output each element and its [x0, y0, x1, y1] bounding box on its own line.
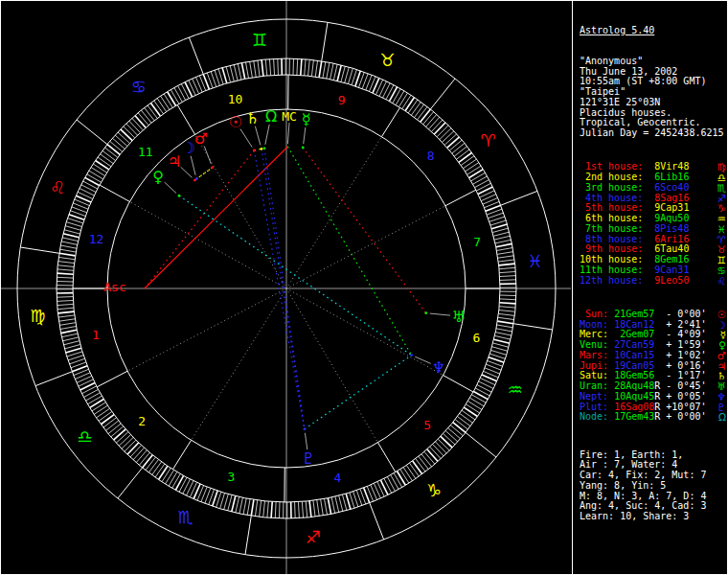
degree-tick	[455, 420, 467, 429]
house-cusp	[172, 440, 191, 469]
degree-tick	[467, 166, 481, 174]
degree-tick	[495, 333, 512, 335]
degree-tick	[220, 493, 225, 508]
aspect-line	[262, 149, 305, 428]
degree-tick	[391, 475, 398, 490]
degree-tick	[58, 315, 75, 317]
degree-tick	[309, 501, 311, 518]
degree-tick	[236, 496, 239, 513]
planet-velocity: +10°07'	[660, 402, 706, 412]
degree-tick	[413, 461, 422, 474]
degree-tick	[274, 58, 275, 75]
degree-tick	[164, 94, 172, 107]
planet-pointer-line	[430, 313, 450, 315]
degree-tick	[265, 59, 267, 76]
degree-tick	[426, 114, 437, 126]
degree-tick	[80, 382, 95, 390]
degree-tick	[342, 494, 346, 510]
degree-tick	[57, 311, 74, 313]
degree-tick	[295, 502, 296, 518]
degree-tick	[406, 465, 416, 478]
planet-position: 19Can05	[608, 360, 654, 371]
degree-tick	[126, 124, 138, 135]
degree-tick	[473, 391, 488, 399]
degree-tick	[445, 431, 458, 442]
house-cusp	[378, 443, 396, 472]
degree-tick	[66, 222, 81, 227]
degree-tick	[499, 264, 515, 265]
degree-tick	[393, 89, 400, 104]
element-stats: Fire: 1, Earth: 1,Air : 7, Water: 4Car: …	[580, 450, 728, 522]
degree-tick	[260, 500, 262, 517]
degree-tick	[499, 307, 515, 308]
house-number: 7	[473, 235, 481, 249]
degree-tick	[448, 428, 461, 439]
degree-tick	[65, 226, 80, 231]
house-label: 8th house:	[580, 234, 643, 244]
planet-velocity: - 1°17'	[660, 370, 706, 380]
house-number: 11	[138, 145, 153, 159]
degree-tick	[59, 323, 76, 326]
degree-tick	[222, 68, 227, 83]
degree-tick	[178, 85, 186, 100]
sign-boundary	[189, 37, 203, 74]
degree-tick	[122, 437, 133, 448]
planet-saturn-icon: ♄	[246, 109, 260, 127]
planet-position: 18Gem56	[608, 370, 654, 380]
degree-tick	[313, 500, 315, 517]
house-number: 2	[138, 414, 146, 428]
degree-tick	[497, 325, 513, 328]
planet-pluto-icon: ♇	[302, 449, 315, 468]
planet-row: Node: 17Gem43R + 0°00'Ω	[580, 412, 728, 423]
zodiac-capricorn-icon: ♑	[426, 480, 442, 500]
degree-tick	[57, 273, 74, 274]
degree-tick	[228, 495, 232, 511]
degree-tick	[494, 335, 511, 339]
degree-tick	[444, 134, 457, 145]
degree-tick	[247, 499, 250, 516]
planet-pointer-line	[255, 126, 260, 146]
degree-tick	[116, 432, 128, 443]
degree-tick	[500, 295, 516, 296]
degree-tick	[427, 449, 438, 462]
degree-tick	[58, 319, 75, 321]
degree-tick	[63, 234, 80, 238]
degree-tick	[127, 443, 139, 454]
planet-label: Node:	[580, 411, 608, 422]
degree-tick	[398, 472, 406, 486]
degree-tick	[158, 466, 167, 479]
house-cusp	[100, 185, 129, 201]
planet-position-dot	[424, 311, 427, 314]
degree-tick	[458, 417, 471, 426]
zodiac-sign-icon: ♋	[717, 265, 726, 276]
degree-tick	[411, 102, 421, 115]
degree-tick	[148, 105, 157, 119]
planet-label: Uran:	[580, 380, 608, 391]
degree-tick	[402, 95, 411, 108]
degree-tick	[437, 126, 448, 137]
planet-pointer-line	[240, 129, 252, 148]
degree-tick	[306, 501, 307, 518]
aspect-line	[196, 168, 213, 179]
degree-tick	[308, 59, 310, 76]
degree-tick	[101, 415, 114, 425]
stats-line: Learn: 10, Share: 3	[580, 512, 728, 522]
degree-tick	[496, 329, 512, 332]
degree-tick	[115, 135, 127, 146]
degree-tick	[92, 402, 105, 411]
degree-tick	[311, 60, 313, 77]
degree-tick	[130, 446, 142, 457]
degree-tick	[157, 99, 167, 112]
degree-tick	[226, 66, 230, 81]
sign-boundary	[35, 372, 72, 386]
degree-tick	[263, 501, 265, 518]
house-number: 3	[227, 470, 235, 484]
degree-tick	[107, 145, 120, 155]
degree-tick	[93, 164, 106, 172]
degree-tick	[60, 326, 77, 329]
degree-tick	[346, 494, 351, 509]
planet-position-dot	[410, 354, 413, 356]
zodiac-sign-icon: ♌	[717, 276, 726, 287]
degree-tick	[302, 501, 303, 518]
house-cusp-inner-dotted	[129, 201, 286, 288]
